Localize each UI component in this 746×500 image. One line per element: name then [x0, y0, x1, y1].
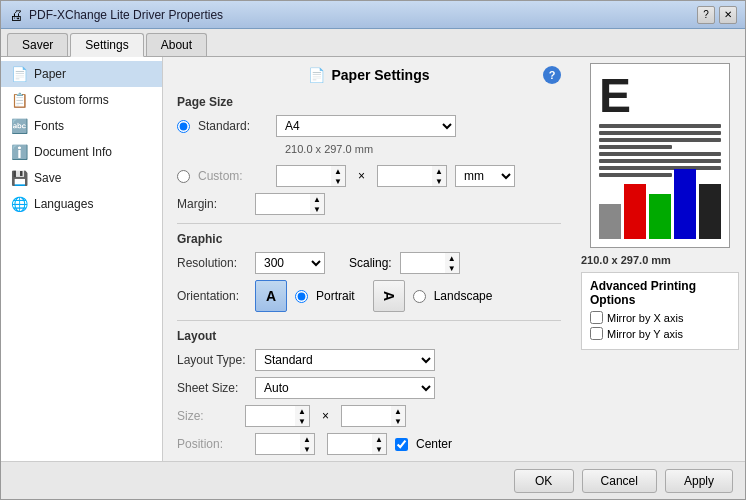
sidebar-item-paper[interactable]: 📄 Paper — [1, 61, 162, 87]
sheet-size-row: Sheet Size: AutoA4A3Letter — [177, 377, 561, 399]
scaling-up[interactable]: ▲ — [445, 253, 459, 263]
pos-y-arrows: ▲ ▼ — [372, 433, 387, 455]
custom-height-field[interactable]: 297.0 — [377, 165, 432, 187]
layout-divider — [177, 320, 561, 321]
pos-y-down[interactable]: ▼ — [372, 444, 386, 454]
portrait-radio[interactable] — [295, 290, 308, 303]
preview-chart — [599, 184, 721, 239]
sidebar-item-custom-forms[interactable]: 📋 Custom forms — [1, 87, 162, 113]
sheet-size-vals-row: Size: 210.0 ▲ ▼ × 297.0 ▲ ▼ — [177, 405, 561, 427]
sidebar-item-document-info[interactable]: ℹ️ Document Info — [1, 139, 162, 165]
sidebar-item-languages[interactable]: 🌐 Languages — [1, 191, 162, 217]
doc-info-icon: ℹ️ — [11, 144, 28, 160]
sidebar: 📄 Paper 📋 Custom forms 🔤 Fonts ℹ️ Docume… — [1, 57, 163, 461]
close-button[interactable]: ✕ — [719, 6, 737, 24]
tab-saver[interactable]: Saver — [7, 33, 68, 56]
center-checkbox[interactable] — [395, 438, 408, 451]
title-bar-left: 🖨 PDF-XChange Lite Driver Properties — [9, 7, 223, 23]
pos-y-up[interactable]: ▲ — [372, 434, 386, 444]
custom-width-up[interactable]: ▲ — [331, 166, 345, 176]
chart-bar-5 — [699, 184, 721, 239]
ok-button[interactable]: OK — [514, 469, 574, 493]
title-bar: 🖨 PDF-XChange Lite Driver Properties ? ✕ — [1, 1, 745, 29]
sheet-height-up[interactable]: ▲ — [391, 406, 405, 416]
tabs-bar: Saver Settings About — [1, 29, 745, 57]
custom-label: Custom: — [198, 169, 268, 183]
custom-width-field[interactable]: 210.0 — [276, 165, 331, 187]
preview-panel: E 210.0 — [575, 57, 745, 461]
languages-icon: 🌐 — [11, 196, 28, 212]
tab-about[interactable]: About — [146, 33, 207, 56]
sheet-width-up[interactable]: ▲ — [295, 406, 309, 416]
landscape-radio[interactable] — [413, 290, 426, 303]
sidebar-item-save[interactable]: 💾 Save — [1, 165, 162, 191]
scaling-down[interactable]: ▼ — [445, 263, 459, 273]
apply-button[interactable]: Apply — [665, 469, 733, 493]
advanced-options-box: Advanced Printing Options Mirror by X ax… — [581, 272, 739, 350]
sheet-height-field[interactable]: 297.0 — [341, 405, 391, 427]
sheet-width-down[interactable]: ▼ — [295, 416, 309, 426]
margin-input: 0.0 ▲ ▼ — [255, 193, 325, 215]
panel-help-button[interactable]: ? — [543, 66, 561, 84]
page-size-section-label: Page Size — [177, 95, 561, 109]
x-separator: × — [358, 169, 365, 183]
margin-up[interactable]: ▲ — [310, 194, 324, 204]
custom-height-down[interactable]: ▼ — [432, 176, 446, 186]
standard-row: Standard: A4A3A5LetterLegal — [177, 115, 561, 137]
title-icon: 🖨 — [9, 7, 23, 23]
pos-x-arrows: ▲ ▼ — [300, 433, 315, 455]
scaling-arrows: ▲ ▼ — [445, 252, 460, 274]
margin-down[interactable]: ▼ — [310, 204, 324, 214]
layout-type-select[interactable]: StandardBookletCustom — [255, 349, 435, 371]
custom-width-arrows: ▲ ▼ — [331, 165, 346, 187]
fonts-icon: 🔤 — [11, 118, 28, 134]
resolution-select[interactable]: 7296150300600 — [255, 252, 325, 274]
sheet-size-select[interactable]: AutoA4A3Letter — [255, 377, 435, 399]
custom-height-arrows: ▲ ▼ — [432, 165, 447, 187]
portrait-a-icon: A — [266, 288, 276, 304]
sheet-size-label: Sheet Size: — [177, 381, 247, 395]
sidebar-label-fonts: Fonts — [34, 119, 64, 133]
preview-line-4 — [599, 145, 672, 149]
main-panel: 📄 Paper Settings ? Page Size Standard: A… — [163, 57, 575, 461]
position-label: Position: — [177, 437, 247, 451]
paper-settings-icon: 📄 — [308, 67, 325, 83]
resolution-row: Resolution: 7296150300600 Scaling: 100 ▲… — [177, 252, 561, 274]
save-icon: 💾 — [11, 170, 28, 186]
help-button[interactable]: ? — [697, 6, 715, 24]
layout-section-label: Layout — [177, 329, 561, 343]
mirror-x-checkbox[interactable] — [590, 311, 603, 324]
standard-radio[interactable] — [177, 120, 190, 133]
sheet-height-down[interactable]: ▼ — [391, 416, 405, 426]
pos-x-up[interactable]: ▲ — [300, 434, 314, 444]
cancel-button[interactable]: Cancel — [582, 469, 657, 493]
scaling-field[interactable]: 100 — [400, 252, 445, 274]
preview-line-7 — [599, 166, 721, 170]
custom-radio[interactable] — [177, 170, 190, 183]
portrait-orient-button[interactable]: A — [255, 280, 287, 312]
pos-x-down[interactable]: ▼ — [300, 444, 314, 454]
custom-width-down[interactable]: ▼ — [331, 176, 345, 186]
sidebar-label-paper: Paper — [34, 67, 66, 81]
sheet-width-field[interactable]: 210.0 — [245, 405, 295, 427]
graphic-divider — [177, 223, 561, 224]
mirror-y-checkbox[interactable] — [590, 327, 603, 340]
unit-select[interactable]: mminchpt — [455, 165, 515, 187]
custom-height-up[interactable]: ▲ — [432, 166, 446, 176]
margin-field[interactable]: 0.0 — [255, 193, 310, 215]
preview-lines — [599, 124, 721, 177]
tab-settings[interactable]: Settings — [70, 33, 143, 57]
scaling-input: 100 ▲ ▼ — [400, 252, 460, 274]
mirror-y-label: Mirror by Y axis — [607, 328, 683, 340]
standard-select[interactable]: A4A3A5LetterLegal — [276, 115, 456, 137]
pos-x-field[interactable]: 0.0 — [255, 433, 300, 455]
chart-bar-1 — [599, 204, 621, 239]
x2-separator: × — [322, 409, 329, 423]
pos-y-field[interactable]: 0.0 — [327, 433, 372, 455]
sidebar-item-fonts[interactable]: 🔤 Fonts — [1, 113, 162, 139]
landscape-orient-button[interactable]: A — [373, 280, 405, 312]
paper-size-info: 210.0 x 297.0 mm — [285, 143, 373, 155]
chart-bar-3 — [649, 194, 671, 239]
custom-forms-icon: 📋 — [11, 92, 28, 108]
size-info-row: 210.0 x 297.0 mm — [177, 143, 561, 159]
